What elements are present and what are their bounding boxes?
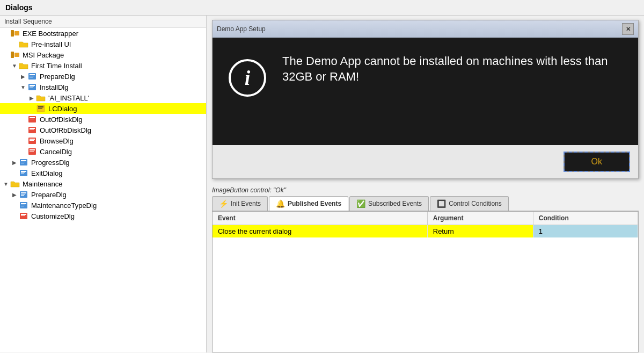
svg-rect-23: [30, 140, 34, 141]
tree-item-label: PrepareDlg: [40, 73, 75, 81]
svg-rect-41: [21, 205, 25, 205]
dialog-close-button[interactable]: ✕: [622, 23, 634, 35]
svg-rect-11: [30, 88, 33, 88]
column-condition: Condition: [533, 212, 638, 225]
tree-icon-dialog: [27, 72, 38, 81]
svg-rect-20: [30, 129, 34, 130]
tab-published-events[interactable]: 🔔Published Events: [269, 196, 348, 211]
column-event: Event: [213, 212, 427, 225]
dialog-body: i The Demo App cannot be installed on ma…: [213, 38, 638, 145]
tree-icon-exe: [10, 29, 20, 38]
svg-rect-9: [30, 85, 35, 86]
tree-icon-dialog-red: [27, 147, 38, 156]
tree-container: EXE BootstrapperPre-install UIMSI Packag…: [0, 28, 206, 221]
cell-argument: Return: [427, 225, 533, 238]
tree-icon-dialog-red: [27, 126, 38, 134]
tree-item-out-of-rb-disk-dlg[interactable]: OutOfRbDiskDlg: [0, 125, 206, 135]
svg-rect-2: [11, 52, 14, 58]
tab-icon-subscribed-events: ✅: [356, 199, 365, 208]
tab-subscribed-events[interactable]: ✅Subscribed Events: [349, 196, 429, 211]
svg-rect-40: [21, 203, 26, 204]
tree-icon-folder-yellow: [18, 40, 29, 48]
svg-rect-36: [21, 192, 26, 193]
tab-label-init-events: Init Events: [231, 200, 261, 207]
tree-item-label: EXE Bootstrapper: [23, 30, 78, 38]
tree-item-browse-dlg[interactable]: BrowseDlg: [0, 135, 206, 146]
tree-chevron: ▶: [19, 74, 27, 80]
svg-rect-37: [21, 194, 25, 194]
tree-item-label: MSI Package: [23, 51, 64, 59]
tree-item-label: ProgressDlg: [31, 159, 70, 167]
svg-rect-22: [30, 139, 35, 140]
ok-button[interactable]: Ok: [564, 152, 630, 172]
tree-item-label: First Time Install: [31, 62, 82, 70]
tab-label-subscribed-events: Subscribed Events: [368, 200, 422, 207]
svg-rect-14: [38, 108, 42, 109]
svg-rect-1: [14, 31, 19, 35]
tree-item-label: InstallDlg: [40, 83, 68, 91]
tree-item-maintenance-type-dlg[interactable]: MaintenanceTypeDlg: [0, 200, 206, 211]
tree-item-label: CancelDlg: [40, 148, 72, 156]
dialog-window: Demo App Setup ✕ i The Demo App cannot b…: [212, 20, 639, 179]
tree-item-label: Pre-install UI: [31, 40, 71, 48]
svg-rect-16: [30, 117, 35, 118]
tree-item-customize-dlg[interactable]: CustomizeDlg: [0, 211, 206, 221]
dialog-footer: Ok: [213, 145, 638, 178]
tree-icon-dialog-red: [18, 212, 29, 220]
tree-item-label: MaintenanceTypeDlg: [31, 201, 97, 210]
tree-item-exe-bootstrapper[interactable]: EXE Bootstrapper: [0, 28, 206, 39]
tab-control-conditions[interactable]: 🔲Control Conditions: [430, 196, 509, 211]
svg-rect-7: [30, 77, 33, 77]
tab-label-control-conditions: Control Conditions: [449, 200, 502, 207]
tree-icon-dialog: [18, 190, 29, 199]
tree-icon-exe: [10, 51, 20, 59]
svg-rect-25: [30, 149, 35, 150]
tree-item-label: Maintenance: [23, 180, 62, 188]
svg-rect-17: [30, 119, 34, 119]
svg-rect-44: [21, 214, 26, 215]
tree-item-lc-dialog[interactable]: LCDialog: [0, 103, 206, 114]
tree-item-label: CustomizeDlg: [31, 212, 75, 220]
tab-label-published-events: Published Events: [288, 200, 341, 207]
dialog-info-icon: i: [229, 59, 266, 97]
tree-item-exit-dialog[interactable]: ExitDialog: [0, 168, 206, 178]
dialog-message: The Demo App cannot be installed on mach…: [282, 54, 622, 84]
dialog-title: Demo App Setup: [217, 25, 266, 33]
tree-item-first-time-install[interactable]: ▼First Time Install: [0, 60, 206, 71]
tree-icon-dialog-red: [27, 136, 38, 145]
svg-rect-34: [21, 174, 24, 174]
tree-item-ai-install[interactable]: ▶'AI_INSTALL': [0, 92, 206, 103]
tree-item-prepare-dlg-2[interactable]: ▶PrepareDlg: [0, 189, 206, 200]
svg-rect-6: [30, 76, 34, 76]
tree-icon-dialog-yellow: [35, 104, 46, 113]
tree-item-out-of-disk-dlg[interactable]: OutOfDiskDlg: [0, 114, 206, 125]
svg-rect-5: [30, 74, 35, 75]
tree-item-prepare-dlg[interactable]: ▶PrepareDlg: [0, 71, 206, 82]
control-label: ImageButton control: "Ok": [212, 183, 639, 196]
tree-item-label: ExitDialog: [31, 169, 63, 177]
tree-item-progress-dlg[interactable]: ▶ProgressDlg: [0, 157, 206, 168]
table-row[interactable]: Close the current dialogReturn1: [213, 225, 638, 238]
svg-rect-0: [11, 30, 14, 37]
tree-item-maintenance[interactable]: ▼Maintenance: [0, 178, 206, 189]
svg-rect-10: [30, 87, 34, 87]
tab-icon-init-events: ⚡: [219, 199, 228, 208]
tab-content: Event Argument Condition Close the curre…: [212, 212, 639, 352]
tree-chevron: ▼: [2, 181, 10, 187]
tree-item-pre-install-ui[interactable]: Pre-install UI: [0, 39, 206, 49]
tree-item-install-dlg[interactable]: ▼InstallDlg: [0, 82, 206, 92]
svg-rect-38: [21, 195, 24, 196]
dialog-preview-wrapper: Demo App Setup ✕ i The Demo App cannot b…: [207, 16, 644, 183]
bottom-section: ImageButton control: "Ok" ⚡Init Events🔔P…: [207, 183, 644, 352]
svg-rect-26: [30, 151, 34, 152]
tree-item-cancel-dlg[interactable]: CancelDlg: [0, 146, 206, 157]
tab-icon-published-events: 🔔: [276, 199, 285, 208]
tree-icon-dialog: [18, 158, 29, 167]
info-letter: i: [245, 66, 251, 90]
tree-chevron: ▼: [11, 63, 18, 69]
svg-rect-33: [21, 172, 25, 173]
tab-init-events[interactable]: ⚡Init Events: [212, 196, 268, 211]
tree-chevron: ▼: [19, 84, 27, 90]
tree-item-label: LCDialog: [48, 105, 77, 113]
tree-item-msi-package[interactable]: MSI Package: [0, 49, 206, 60]
